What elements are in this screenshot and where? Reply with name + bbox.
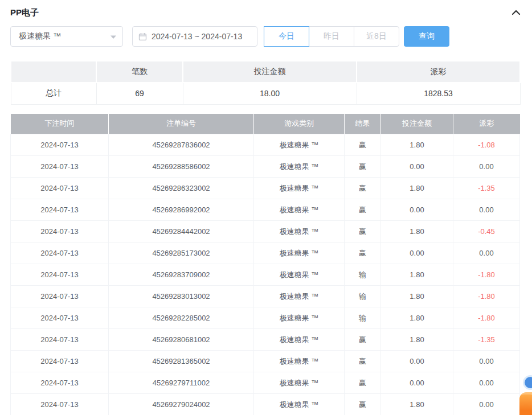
cell-bet-id: 45269287836002	[109, 134, 254, 156]
cell-result: 输	[345, 264, 381, 286]
cell-bet-id: 45269286992002	[109, 199, 254, 221]
collapse-icon[interactable]	[511, 9, 521, 16]
cell-payout: 0.00	[453, 156, 520, 178]
cell-amount: 1.80	[381, 264, 453, 286]
cell-date: 2024-07-13	[11, 372, 109, 394]
cell-payout: -1.08	[453, 134, 520, 156]
cell-bet-id: 45269279024002	[109, 394, 254, 415]
cell-payout: 0.00	[453, 243, 520, 264]
cell-amount: 1.80	[381, 329, 453, 351]
summary-count-value: 69	[96, 83, 183, 104]
cell-game: 极速糖果 ™	[254, 394, 345, 415]
cell-bet-id: 45269281365002	[109, 351, 254, 372]
cell-amount: 0.00	[381, 351, 453, 372]
summary-total-row: 总计 69 18.00 1828.53	[11, 83, 520, 104]
summary-payout-value: 1828.53	[357, 83, 520, 104]
header-payout: 派彩	[453, 114, 520, 134]
bet-records-table: 下注时间 注单编号 游戏类别 结果 投注金额 派彩 2024-07-13 452…	[10, 114, 520, 415]
cell-result: 赢	[345, 351, 381, 372]
cell-date: 2024-07-13	[11, 286, 109, 307]
cell-amount: 1.80	[381, 286, 453, 307]
cell-amount: 1.80	[381, 178, 453, 199]
cell-date: 2024-07-13	[11, 394, 109, 415]
cell-amount: 1.80	[381, 394, 453, 415]
cell-date: 2024-07-13	[11, 351, 109, 372]
cell-bet-id: 45269286323002	[109, 178, 254, 199]
cell-result: 赢	[345, 243, 381, 264]
table-row: 2024-07-13 45269279711002 极速糖果 ™ 赢 0.00 …	[11, 372, 520, 394]
customer-service-widget[interactable]	[509, 369, 532, 415]
cell-result: 赢	[345, 221, 381, 243]
cell-amount: 1.80	[381, 221, 453, 243]
cell-result: 赢	[345, 394, 381, 415]
quick-range-button[interactable]: 今日	[264, 26, 309, 47]
cell-amount: 0.00	[381, 372, 453, 394]
cell-game: 极速糖果 ™	[254, 286, 345, 307]
table-row: 2024-07-13 45269286992002 极速糖果 ™ 赢 0.00 …	[11, 199, 520, 221]
cell-result: 赢	[345, 329, 381, 351]
chevron-down-icon	[110, 32, 117, 41]
cell-date: 2024-07-13	[11, 264, 109, 286]
table-row: 2024-07-13 45269288586002 极速糖果 ™ 赢 0.00 …	[11, 156, 520, 178]
calendar-icon	[138, 32, 147, 41]
cell-payout: 0.00	[453, 199, 520, 221]
summary-header-bet-amount: 投注金额	[183, 61, 357, 83]
cell-payout: -1.80	[453, 264, 520, 286]
summary-total-label: 总计	[11, 83, 96, 104]
cell-date: 2024-07-13	[11, 134, 109, 156]
table-row: 2024-07-13 45269284442002 极速糖果 ™ 赢 1.80 …	[11, 221, 520, 243]
page-title: PP电子	[10, 7, 39, 18]
cell-result: 输	[345, 286, 381, 307]
quick-range-button[interactable]: 昨日	[309, 26, 354, 47]
cell-game: 极速糖果 ™	[254, 243, 345, 264]
table-row: 2024-07-13 45269279024002 极速糖果 ™ 赢 1.80 …	[11, 394, 520, 415]
cell-result: 赢	[345, 372, 381, 394]
cell-date: 2024-07-13	[11, 156, 109, 178]
cell-amount: 1.80	[381, 307, 453, 329]
panel-header: PP电子	[0, 0, 532, 17]
cell-game: 极速糖果 ™	[254, 134, 345, 156]
cell-payout: 0.00	[453, 351, 520, 372]
header-result: 结果	[345, 114, 381, 134]
cell-payout: -0.45	[453, 221, 520, 243]
header-bet-amount: 投注金额	[381, 114, 453, 134]
quick-range-group: 今日 昨日 近8日	[264, 26, 399, 47]
table-row: 2024-07-13 45269283709002 极速糖果 ™ 输 1.80 …	[11, 264, 520, 286]
cell-game: 极速糖果 ™	[254, 307, 345, 329]
service-badge-icon	[523, 375, 532, 390]
cell-date: 2024-07-13	[11, 221, 109, 243]
table-row: 2024-07-13 45269286323002 极速糖果 ™ 赢 1.80 …	[11, 178, 520, 199]
table-header-row: 下注时间 注单编号 游戏类别 结果 投注金额 派彩	[11, 114, 520, 134]
game-select[interactable]: 极速糖果 ™	[10, 26, 123, 47]
cell-bet-id: 45269283013002	[109, 286, 254, 307]
cell-bet-id: 45269280681002	[109, 329, 254, 351]
cell-bet-id: 45269283709002	[109, 264, 254, 286]
cell-game: 极速糖果 ™	[254, 351, 345, 372]
header-bet-id: 注单编号	[109, 114, 254, 134]
cell-payout: -1.80	[453, 307, 520, 329]
cell-result: 赢	[345, 178, 381, 199]
table-row: 2024-07-13 45269281365002 极速糖果 ™ 赢 0.00 …	[11, 351, 520, 372]
cell-game: 极速糖果 ™	[254, 156, 345, 178]
cell-game: 极速糖果 ™	[254, 264, 345, 286]
cell-date: 2024-07-13	[11, 199, 109, 221]
quick-range-button[interactable]: 近8日	[354, 26, 399, 47]
table-row: 2024-07-13 45269285173002 极速糖果 ™ 赢 0.00 …	[11, 243, 520, 264]
table-row: 2024-07-13 45269282285002 极速糖果 ™ 输 1.80 …	[11, 307, 520, 329]
date-range-picker[interactable]: 2024-07-13 ~ 2024-07-13	[132, 26, 257, 47]
table-row: 2024-07-13 45269283013002 极速糖果 ™ 输 1.80 …	[11, 286, 520, 307]
cell-date: 2024-07-13	[11, 307, 109, 329]
summary-header-blank	[11, 61, 96, 83]
cell-game: 极速糖果 ™	[254, 372, 345, 394]
cell-game: 极速糖果 ™	[254, 178, 345, 199]
cell-payout: -1.35	[453, 178, 520, 199]
cell-game: 极速糖果 ™	[254, 221, 345, 243]
cell-date: 2024-07-13	[11, 178, 109, 199]
cell-result: 赢	[345, 156, 381, 178]
cell-game: 极速糖果 ™	[254, 329, 345, 351]
search-button[interactable]: 查询	[404, 26, 449, 47]
cell-date: 2024-07-13	[11, 243, 109, 264]
cell-result: 赢	[345, 134, 381, 156]
cell-amount: 0.00	[381, 199, 453, 221]
summary-header-payout: 派彩	[357, 61, 520, 83]
